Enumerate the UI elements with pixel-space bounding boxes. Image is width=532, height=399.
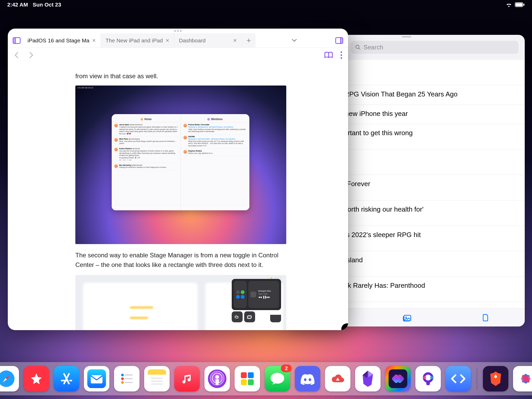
dock-separator — [477, 368, 477, 389]
svg-point-70 — [423, 376, 426, 379]
sidebar-toggle-right[interactable] — [333, 33, 345, 48]
tab-label: The New iPad and iPad — [105, 37, 163, 44]
dock-app-appstore[interactable] — [54, 366, 79, 391]
svg-point-40 — [121, 377, 124, 380]
browser-window[interactable]: iPadOS 16 and Stage Ma ✕ The New iPad an… — [8, 29, 348, 330]
embedded-screenshot-2: ◂ ⚡ 76% ▮ Midnight RainTaylor Swift◀◀ ▐▐… — [75, 275, 286, 330]
kebab-icon — [340, 51, 342, 59]
svg-rect-18 — [341, 38, 342, 43]
nav-row — [8, 48, 348, 62]
svg-rect-24 — [235, 316, 237, 318]
tabs-overflow[interactable] — [288, 33, 301, 48]
dock-app-star[interactable] — [24, 366, 49, 391]
tab-bar: iPadOS 16 and Stage Ma ✕ The New iPad an… — [8, 33, 348, 48]
dock-app-notes[interactable] — [144, 366, 170, 391]
dock-app-reminders[interactable] — [114, 366, 139, 391]
svg-point-71 — [430, 376, 433, 379]
dock-app-shortcuts[interactable] — [385, 366, 411, 391]
tab-label: iPadOS 16 and Stage Ma — [28, 37, 89, 44]
window-drag-handle[interactable] — [8, 29, 348, 33]
article-content[interactable]: from view in that case as well. 2:41 AM … — [8, 62, 348, 330]
article-paragraph: The second way to enable Stage Manager i… — [75, 250, 288, 270]
dock — [0, 362, 532, 395]
svg-point-20 — [341, 51, 342, 53]
bottom-gallery-button[interactable] — [403, 314, 411, 322]
chevron-down-icon — [292, 39, 297, 42]
book-icon — [324, 51, 333, 59]
sidebar-right-icon — [335, 37, 343, 44]
embedded-screenshot-1: 2:41 AM Sat Oct 22 Home sierra dawn @sie… — [75, 86, 286, 244]
sidebar-toggle-left[interactable] — [10, 33, 23, 48]
svg-rect-15 — [14, 38, 15, 43]
dock-app-mail[interactable] — [84, 366, 109, 391]
bottom-document-button[interactable] — [482, 314, 489, 322]
dock-app-discord[interactable] — [295, 366, 320, 391]
dock-app-music[interactable] — [174, 366, 200, 391]
svg-point-52 — [215, 375, 219, 379]
dock-app-photos[interactable] — [513, 366, 532, 391]
svg-line-8 — [359, 48, 360, 50]
tab-active[interactable]: iPadOS 16 and Stage Ma ✕ — [23, 33, 101, 48]
dock-app-pq[interactable] — [415, 366, 441, 391]
svg-point-41 — [121, 381, 124, 384]
svg-rect-58 — [241, 379, 247, 385]
overflow-menu-button[interactable] — [340, 51, 342, 59]
forward-button[interactable] — [28, 52, 34, 58]
reader-mode-button[interactable] — [324, 51, 333, 59]
back-button[interactable] — [14, 52, 20, 58]
svg-point-12 — [405, 317, 407, 318]
dock-app-messages[interactable] — [265, 366, 290, 391]
sidebar-left-icon — [13, 37, 21, 44]
tab-close-icon[interactable]: ✕ — [165, 38, 169, 43]
dock-app-podcasts[interactable] — [204, 366, 230, 391]
svg-point-39 — [121, 374, 124, 376]
svg-rect-59 — [248, 379, 254, 385]
svg-rect-47 — [148, 374, 166, 375]
svg-point-22 — [341, 57, 342, 59]
article-paragraph: from view in that case as well. — [75, 71, 288, 81]
svg-point-21 — [341, 54, 342, 56]
dock-app-obsidian[interactable] — [355, 366, 381, 391]
tab-close-icon[interactable]: ✕ — [233, 38, 237, 43]
dock-app-brave[interactable] — [483, 366, 508, 391]
svg-rect-72 — [426, 381, 430, 385]
tab[interactable]: The New iPad and iPad ✕ — [101, 33, 174, 48]
search-icon — [355, 44, 361, 50]
new-tab-button[interactable]: + — [242, 33, 256, 48]
reader-search[interactable]: Search — [351, 41, 518, 54]
tab[interactable]: Dashboard ✕ — [174, 33, 242, 48]
svg-rect-57 — [248, 372, 254, 378]
svg-marker-62 — [363, 371, 373, 387]
svg-rect-55 — [238, 369, 257, 388]
plus-icon: + — [247, 36, 251, 45]
tab-label: Dashboard — [179, 37, 206, 44]
dock-app-code[interactable] — [445, 366, 471, 391]
svg-rect-37 — [91, 375, 103, 384]
dock-app-cloud[interactable] — [325, 366, 350, 391]
dock-app-arcade[interactable] — [235, 366, 260, 391]
search-placeholder: Search — [363, 44, 383, 51]
tab-close-icon[interactable]: ✕ — [92, 38, 96, 43]
svg-rect-68 — [419, 369, 437, 388]
svg-rect-56 — [241, 372, 247, 378]
dock-app-safari[interactable] — [0, 366, 19, 391]
